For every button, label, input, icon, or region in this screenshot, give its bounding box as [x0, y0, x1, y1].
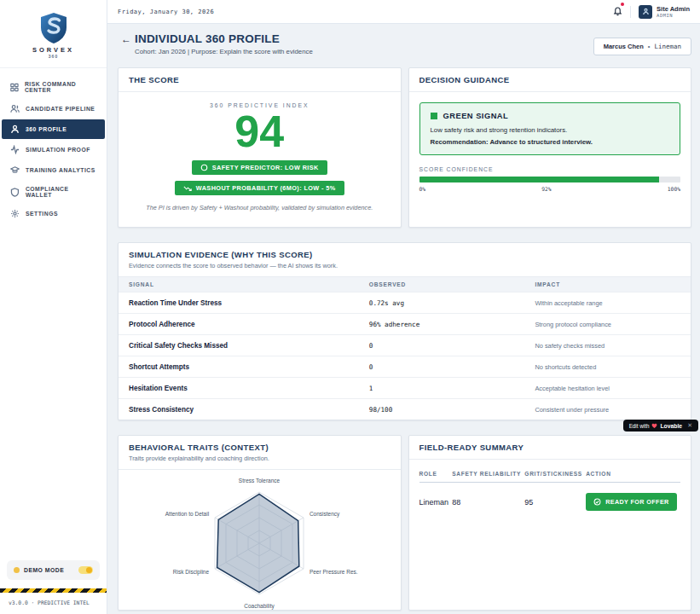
guidance-card-header: DECISION GUIDANCE — [409, 68, 691, 92]
summary-row: Lineman 88 95 READY FOR OFFER — [419, 483, 681, 518]
demo-mode-label: DEMO MODE — [24, 567, 74, 573]
confidence-bar — [419, 177, 681, 182]
green-square-icon — [431, 113, 437, 119]
brand-name: SORVEX — [32, 46, 74, 54]
evidence-card-header: SIMULATION EVIDENCE (WHY THIS SCORE) Evi… — [119, 243, 691, 277]
sidebar-item-risk-command-center[interactable]: RISK COMMAND CENTER — [2, 76, 105, 98]
radar-axis-label: Stress Tolerance — [239, 478, 281, 484]
candidate-selector-button[interactable]: Marcus Chen • Lineman — [593, 38, 691, 55]
radar-axis-label: Risk Discipline — [173, 569, 210, 576]
signal-cell: Hesitation Events — [119, 378, 359, 399]
topbar-divider — [630, 6, 631, 18]
impact-cell: Acceptable hesitation level — [524, 378, 691, 399]
column-header-action: ACTION — [586, 465, 680, 483]
green-signal-box: GREEN SIGNAL Low safety risk and strong … — [419, 102, 681, 155]
demo-mode-toggle[interactable] — [78, 566, 93, 574]
summary-table: ROLE SAFETY RELIABILITY GRIT/STICKINESS … — [419, 465, 681, 518]
main-area: Friday, January 30, 2026 Site Admin ADMI… — [107, 0, 700, 614]
page-subtitle: Cohort: Jan 2026 | Purpose: Explain the … — [135, 48, 313, 55]
evidence-card-subtitle: Evidence connects the score to observed … — [129, 262, 680, 269]
sidebar-item-label: CANDIDATE PIPELINE — [26, 106, 95, 112]
sidebar-item-simulation-proof[interactable]: SIMULATION PROOF — [2, 140, 105, 159]
sidebar-item-candidate-pipeline[interactable]: CANDIDATE PIPELINE — [2, 99, 105, 119]
brand-logo: SORVEX 360 — [0, 0, 107, 68]
impact-cell: No shortcuts detected — [524, 356, 691, 378]
sidebar-nav: RISK COMMAND CENTER CANDIDATE PIPELINE 3… — [0, 68, 107, 224]
bell-icon — [613, 6, 622, 16]
role-cell: Lineman — [419, 483, 453, 518]
summary-card-header: FIELD-READY SUMMARY — [409, 436, 691, 460]
confidence-label: SCORE CONFIDENCE — [419, 166, 681, 172]
user-name: Site Admin — [657, 5, 690, 13]
lovable-badge[interactable]: Edit with Lovable ✕ — [623, 420, 698, 432]
confidence-max: 100% — [668, 186, 680, 192]
person-icon — [642, 8, 650, 15]
confidence-value: 92% — [541, 186, 551, 192]
user-chip[interactable]: Site Admin ADMIN — [639, 5, 690, 19]
evidence-table-body: Reaction Time Under Stress0.72s avgWithi… — [119, 293, 691, 420]
column-header-impact: IMPACT — [524, 277, 691, 293]
check-circle-icon — [593, 498, 601, 506]
activity-icon — [10, 145, 20, 154]
table-row: Hesitation Events1Acceptable hesitation … — [119, 378, 691, 399]
traits-card-title: BEHAVIORAL TRAITS (CONTEXT) — [129, 443, 390, 452]
sidebar-item-label: SIMULATION PROOF — [26, 147, 90, 153]
traits-card-header: BEHAVIORAL TRAITS (CONTEXT) Traits provi… — [119, 436, 401, 470]
confidence-min: 0% — [419, 186, 426, 192]
safety-predictor-badge: SAFETY PREDICTOR: LOW RISK — [192, 160, 327, 175]
notifications-button[interactable] — [613, 4, 622, 20]
sorvex-shield-icon — [39, 12, 68, 44]
sidebar-item-label: 360 PROFILE — [26, 126, 67, 132]
shield-icon — [10, 188, 20, 197]
grit-stickiness-cell: 95 — [524, 483, 586, 518]
users-icon — [10, 104, 20, 113]
column-header-signal: SIGNAL — [119, 277, 359, 293]
table-row: Reaction Time Under Stress0.72s avgWithi… — [119, 293, 691, 314]
notification-dot — [621, 3, 624, 6]
observed-cell: 0.72s avg — [359, 293, 525, 314]
table-row: Critical Safety Checks Missed0No safety … — [119, 335, 691, 356]
candidate-role: Lineman — [654, 43, 681, 50]
score-footnote: The PI is driven by Safety + Washout pro… — [129, 204, 390, 211]
sidebar-item-compliance-wallet[interactable]: COMPLIANCE WALLET — [2, 181, 105, 203]
observed-cell: 96% adherence — [359, 314, 525, 335]
sidebar-item-settings[interactable]: SETTINGS — [2, 204, 105, 223]
radar-axis-label: Coachability — [245, 603, 275, 610]
score-card-header: THE SCORE — [119, 68, 401, 92]
impact-cell: Strong protocol compliance — [524, 314, 691, 335]
guidance-card-title: DECISION GUIDANCE — [419, 75, 681, 84]
sidebar-item-label: SETTINGS — [26, 211, 58, 217]
page-content: ← INDIVIDUAL 360 PROFILE Cohort: Jan 202… — [107, 24, 700, 614]
table-row: Protocol Adherence96% adherenceStrong pr… — [119, 314, 691, 335]
user-icon — [10, 125, 20, 134]
traits-card: BEHAVIORAL TRAITS (CONTEXT) Traits provi… — [118, 435, 402, 611]
trending-down-icon — [183, 185, 192, 192]
evidence-card: SIMULATION EVIDENCE (WHY THIS SCORE) Evi… — [118, 242, 691, 420]
separator-dot: • — [648, 43, 651, 50]
sidebar-item-training-analytics[interactable]: TRAINING ANALYTICS — [2, 160, 105, 180]
lovable-prefix: Edit with — [629, 423, 650, 429]
lovable-close-icon[interactable]: ✕ — [687, 422, 692, 429]
column-header-safety-reliability: SAFETY RELIABILITY — [452, 465, 524, 483]
guidance-card: DECISION GUIDANCE GREEN SIGNAL Low safet… — [408, 67, 692, 228]
ready-for-offer-label: READY FOR OFFER — [605, 498, 669, 506]
sidebar-item-360-profile[interactable]: 360 PROFILE — [2, 119, 105, 139]
column-header-grit-stickiness: GRIT/STICKINESS — [524, 465, 586, 483]
sidebar-item-label: RISK COMMAND CENTER — [25, 81, 96, 93]
ready-for-offer-button[interactable]: READY FOR OFFER — [586, 493, 677, 511]
table-row: Stress Consistency98/100Consistent under… — [119, 399, 691, 420]
demo-indicator-icon — [14, 567, 20, 573]
radar-axis-label: Attention to Detail — [165, 511, 210, 517]
evidence-card-title: SIMULATION EVIDENCE (WHY THIS SCORE) — [129, 250, 680, 259]
page-header: ← INDIVIDUAL 360 PROFILE Cohort: Jan 202… — [118, 32, 691, 55]
summary-header-row: ROLE SAFETY RELIABILITY GRIT/STICKINESS … — [419, 465, 681, 483]
washout-probability-badge: WASHOUT PROBABILITY (6MO): LOW - 5% — [175, 181, 344, 195]
evidence-table: SIGNAL OBSERVED IMPACT Reaction Time Und… — [119, 277, 691, 420]
sidebar-item-label: TRAINING ANALYTICS — [26, 167, 95, 173]
washout-probability-label: WASHOUT PROBABILITY (6MO): LOW - 5% — [196, 184, 336, 192]
summary-card: FIELD-READY SUMMARY ROLE SAFETY RELIABIL… — [408, 435, 692, 611]
back-button[interactable]: ← — [118, 33, 135, 45]
column-header-observed: OBSERVED — [359, 277, 525, 293]
safety-circle-icon — [200, 164, 208, 171]
radar-chart: Stress ToleranceConsistencyPeer Pressure… — [127, 470, 391, 611]
